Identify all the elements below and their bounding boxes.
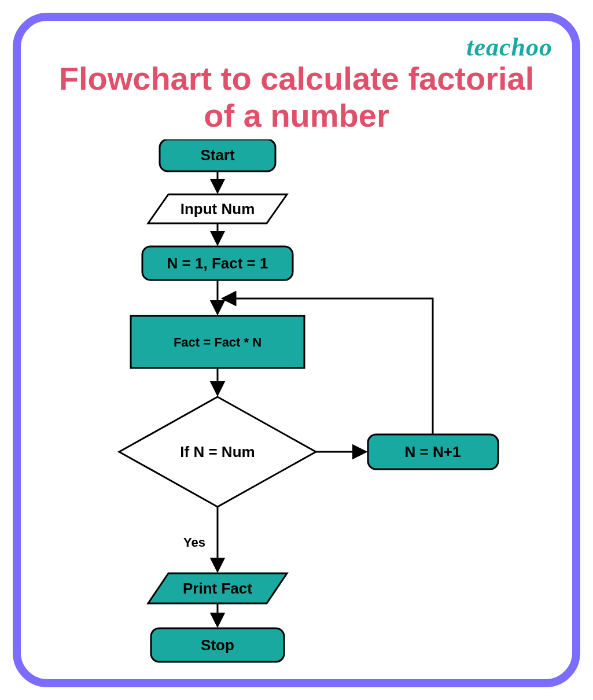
diagram-title: Flowchart to calculate factorial of a nu…	[21, 60, 572, 135]
node-input: Input Num	[148, 194, 287, 223]
node-process-label: Fact = Fact * N	[174, 335, 261, 349]
node-start: Start	[160, 139, 275, 171]
card-frame: teachoo Flowchart to calculate factorial…	[13, 13, 580, 687]
node-init: N = 1, Fact = 1	[142, 246, 293, 280]
flowchart-svg: Start Input Num N = 1, Fact = 1 Fact = F…	[21, 139, 576, 689]
node-input-label: Input Num	[181, 200, 255, 218]
node-stop: Stop	[151, 628, 284, 662]
brand-logo: teachoo	[466, 32, 553, 62]
node-init-label: N = 1, Fact = 1	[167, 255, 268, 272]
node-decision-label: If N = Num	[180, 443, 255, 460]
node-stop-label: Stop	[201, 636, 234, 654]
node-output-label: Print Fact	[183, 580, 252, 597]
title-line-1: Flowchart to calculate factorial	[59, 60, 535, 97]
node-start-label: Start	[200, 146, 235, 164]
node-increment-label: N = N+1	[405, 443, 461, 460]
node-decision: If N = Num	[119, 397, 316, 507]
title-line-2: of a number	[204, 97, 389, 134]
node-output: Print Fact	[148, 573, 287, 603]
node-increment: N = N+1	[368, 434, 498, 469]
yes-label: Yes	[183, 535, 205, 550]
node-process: Fact = Fact * N	[131, 316, 304, 368]
